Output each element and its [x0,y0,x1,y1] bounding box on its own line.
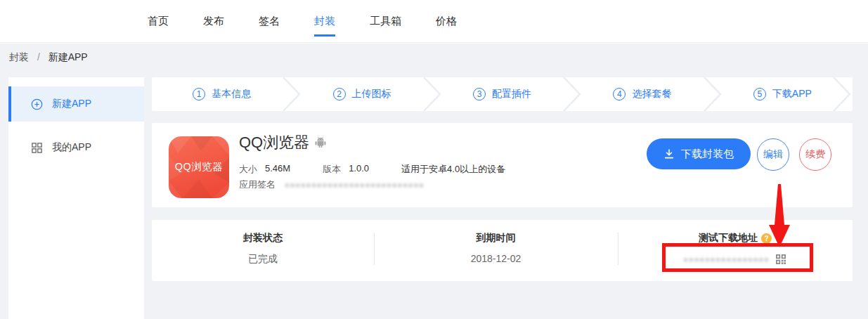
nav-item-home[interactable]: 首页 [148,15,169,37]
plus-circle-icon [31,98,43,110]
step-number: 2 [333,88,346,100]
nav-item-sign[interactable]: 签名 [259,15,280,37]
signature-value-redacted: ●●●●●●●●●●●●●●●●●●●●●●●●●● [285,181,425,189]
nav-item-package[interactable]: 封装 [314,15,335,37]
step-number: 1 [193,88,205,100]
step-upload-icon[interactable]: 2 上传图标 [292,77,432,111]
size-label: 大小 [239,163,257,176]
step-label: 选择套餐 [632,88,671,100]
step-number: 4 [613,88,626,100]
download-package-button[interactable]: 下载封装包 [647,138,751,169]
app-title: QQ浏览器 [239,132,309,153]
step-number: 5 [753,88,766,100]
breadcrumb-parent[interactable]: 封装 [9,51,29,63]
app-signature-row: 应用签名 ●●●●●●●●●●●●●●●●●●●●●●●●●● [239,178,425,191]
size-value: 5.46M [265,163,290,176]
app-size: 大小 5.46M [239,163,290,176]
top-bar: 首页 发布 签名 封装 工具箱 价格 [0,0,868,43]
app-card: QQ浏览器 QQ浏览器 大小 5.46M 版本 1.0.0 适用于安卓4.0以上… [152,123,853,207]
edit-button[interactable]: 编辑 [757,138,789,171]
step-configure-plugins[interactable]: 3 配置插件 [432,77,572,111]
step-wizard: 1 基本信息 2 上传图标 3 配置插件 4 选择套餐 5 下载APP [152,77,853,111]
chevron-separator-icon [833,77,851,111]
test-url-label: 测试下载地址 [699,232,758,245]
version-label: 版本 [323,163,341,176]
sidebar-item-label: 我的APP [52,141,91,154]
test-url-redacted-link[interactable]: ●●●●●●●●●●●●●●●● [683,255,769,263]
qr-code-icon[interactable] [775,253,787,266]
test-url-column: 测试下载地址 ? ●●●●●●●●●●●●●●●● [618,220,853,281]
package-state-value: 已完成 [152,253,374,266]
app-icon-text: QQ浏览器 [169,160,229,174]
expire-time-label: 到期时间 [477,232,516,245]
step-download-app[interactable]: 5 下载APP [713,77,853,111]
signature-label: 应用签名 [239,178,276,191]
app-title-row: QQ浏览器 [239,132,327,153]
grid-icon [31,142,43,154]
step-select-plan[interactable]: 4 选择套餐 [572,77,712,111]
package-state-column: 封装状态 已完成 [152,220,374,281]
android-icon [314,136,327,149]
nav-item-publish[interactable]: 发布 [203,15,224,37]
step-number: 3 [473,88,486,100]
step-label: 上传图标 [352,88,391,100]
app-compatibility: 适用于安卓4.0以上的设备 [401,163,505,176]
breadcrumb-separator: / [37,51,40,63]
status-card: 封装状态 已完成 到期时间 2018-12-02 测试下载地址 ? ●●●●●●… [152,220,853,281]
package-state-label: 封装状态 [243,232,283,245]
step-label: 下载APP [772,88,812,100]
breadcrumb: 封装 / 新建APP [9,51,88,64]
test-url-label-row: 测试下载地址 ? [699,232,772,245]
breadcrumb-current: 新建APP [48,51,88,63]
download-icon [663,148,675,160]
help-icon[interactable]: ? [761,233,772,244]
step-label: 基本信息 [212,88,251,100]
app-version: 版本 1.0.0 [323,163,369,176]
download-button-label: 下载封装包 [681,148,734,161]
step-label: 配置插件 [492,88,531,100]
nav-item-toolbox[interactable]: 工具箱 [370,15,401,37]
app-icon: QQ浏览器 [169,136,229,198]
version-value: 1.0.0 [349,163,369,176]
sidebar: 新建APP 我的APP [8,77,144,319]
renew-button[interactable]: 续费 [799,138,831,171]
sidebar-item-new-app[interactable]: 新建APP [8,86,144,122]
step-basic-info[interactable]: 1 基本信息 [152,77,292,111]
sidebar-item-my-app[interactable]: 我的APP [8,130,144,165]
expire-time-column: 到期时间 2018-12-02 [374,220,618,281]
expire-time-value: 2018-12-02 [374,253,618,264]
nav-item-price[interactable]: 价格 [436,15,457,37]
sidebar-item-label: 新建APP [52,98,91,110]
top-nav: 首页 发布 签名 封装 工具箱 价格 [148,0,457,37]
app-meta-row: 大小 5.46M 版本 1.0.0 适用于安卓4.0以上的设备 [239,163,505,176]
